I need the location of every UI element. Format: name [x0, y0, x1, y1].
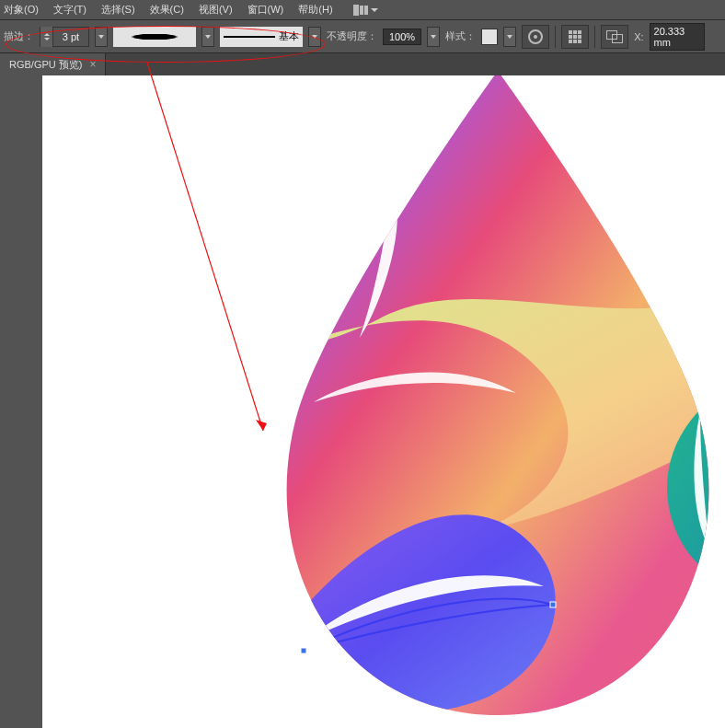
stroke-weight-value[interactable]: 3 pt [53, 31, 88, 42]
menu-effect[interactable]: 效果(C) [148, 1, 186, 18]
stroke-weight-stepper[interactable] [40, 27, 53, 47]
stroke-style-dropdown[interactable] [308, 27, 321, 47]
menu-object[interactable]: 对象(O) [2, 1, 40, 18]
svg-rect-3 [301, 648, 306, 653]
brush-profile-dropdown[interactable] [201, 27, 214, 47]
opacity-value[interactable]: 100% [383, 29, 421, 45]
stroke-weight-field[interactable]: 3 pt [40, 27, 89, 47]
color-wheel-icon [527, 29, 544, 45]
menu-select[interactable]: 选择(S) [99, 1, 137, 18]
document-tab-title: RGB/GPU 预览) [9, 58, 82, 72]
transform-button[interactable] [601, 25, 628, 49]
grid-icon [569, 30, 581, 43]
stroke-label: 描边： [4, 29, 34, 43]
document-tab-bar: RGB/GPU 预览) × [0, 53, 725, 75]
canvas[interactable] [42, 75, 725, 728]
menu-help[interactable]: 帮助(H) [296, 1, 334, 18]
stroke-style-label: 基本 [279, 29, 299, 43]
stroke-line-icon [224, 36, 275, 38]
brush-profile[interactable] [113, 27, 196, 47]
opacity-dropdown[interactable] [427, 27, 440, 47]
close-tab-icon[interactable]: × [89, 58, 96, 71]
x-coord-label: X: [634, 31, 643, 42]
x-coord-value[interactable]: 20.333 mm [650, 23, 705, 51]
separator [555, 26, 556, 48]
brush-shape-icon [121, 32, 189, 41]
left-gutter [0, 75, 42, 728]
style-label: 样式： [445, 29, 476, 43]
menu-window[interactable]: 窗口(W) [246, 1, 286, 18]
align-button[interactable] [561, 25, 589, 49]
opacity-label: 不透明度： [327, 29, 377, 43]
options-bar: 描边： 3 pt 基本 不透明度： 100% 样式： X: 20.333 mm [0, 20, 725, 53]
style-swatch[interactable] [481, 29, 498, 45]
stroke-style[interactable]: 基本 [220, 27, 303, 47]
menu-type[interactable]: 文字(T) [52, 1, 88, 18]
layout-switcher-icon[interactable] [353, 3, 379, 17]
artwork-drop [240, 75, 725, 728]
separator [594, 26, 595, 48]
menu-view[interactable]: 视图(V) [197, 1, 235, 18]
document-tab[interactable]: RGB/GPU 预览) × [0, 53, 106, 75]
transform-icon [606, 30, 623, 43]
svg-rect-4 [550, 602, 556, 607]
svg-point-1 [534, 35, 537, 39]
stroke-weight-dropdown[interactable] [95, 27, 108, 47]
style-dropdown[interactable] [503, 27, 516, 47]
recolor-artwork-button[interactable] [522, 25, 549, 49]
menu-bar: 对象(O) 文字(T) 选择(S) 效果(C) 视图(V) 窗口(W) 帮助(H… [0, 0, 725, 20]
